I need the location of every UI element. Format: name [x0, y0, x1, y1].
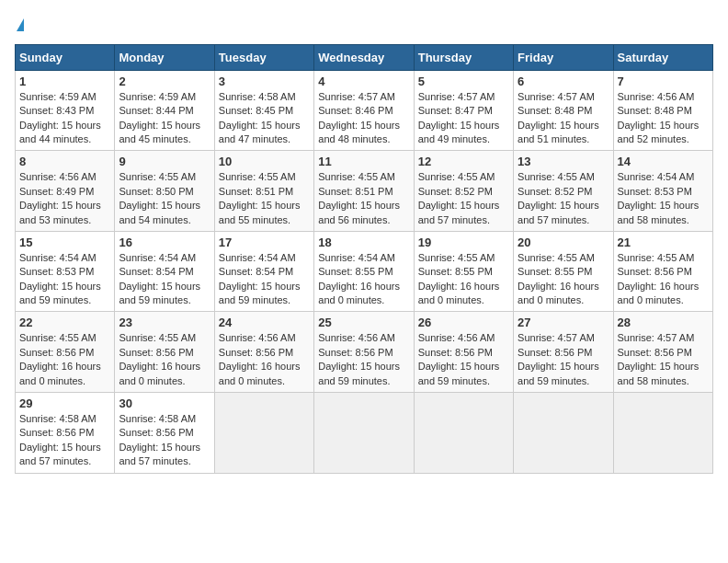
- calendar-cell: 21 Sunrise: 4:55 AM Sunset: 8:56 PM Dayl…: [613, 231, 712, 312]
- calendar-cell: 12 Sunrise: 4:55 AM Sunset: 8:52 PM Dayl…: [414, 151, 513, 232]
- day-info: Sunrise: 4:58 AM Sunset: 8:56 PM Dayligh…: [19, 412, 110, 469]
- day-info: Sunrise: 4:55 AM Sunset: 8:55 PM Dayligh…: [418, 251, 509, 308]
- header-cell-sunday: Sunday: [16, 44, 115, 70]
- logo-text: [15, 15, 24, 33]
- day-info: Sunrise: 4:54 AM Sunset: 8:53 PM Dayligh…: [618, 170, 709, 227]
- calendar-cell: 6 Sunrise: 4:57 AM Sunset: 8:48 PM Dayli…: [514, 70, 613, 151]
- calendar-row: 8 Sunrise: 4:56 AM Sunset: 8:49 PM Dayli…: [16, 151, 713, 232]
- day-info: Sunrise: 4:55 AM Sunset: 8:55 PM Dayligh…: [518, 251, 609, 308]
- day-number: 8: [19, 155, 110, 168]
- day-info: Sunrise: 4:57 AM Sunset: 8:48 PM Dayligh…: [518, 90, 609, 147]
- day-number: 26: [418, 316, 509, 329]
- day-info: Sunrise: 4:55 AM Sunset: 8:56 PM Dayligh…: [19, 331, 110, 388]
- calendar-cell: 14 Sunrise: 4:54 AM Sunset: 8:53 PM Dayl…: [613, 151, 712, 232]
- day-number: 6: [518, 75, 609, 88]
- calendar-cell: 5 Sunrise: 4:57 AM Sunset: 8:47 PM Dayli…: [414, 70, 513, 151]
- day-info: Sunrise: 4:58 AM Sunset: 8:45 PM Dayligh…: [219, 90, 310, 147]
- calendar-cell: 15 Sunrise: 4:54 AM Sunset: 8:53 PM Dayl…: [16, 231, 115, 312]
- calendar-cell: [214, 393, 313, 474]
- calendar-cell: 30 Sunrise: 4:58 AM Sunset: 8:56 PM Dayl…: [115, 393, 214, 474]
- day-number: 2: [119, 75, 210, 88]
- calendar-cell: [314, 393, 414, 474]
- day-number: 10: [219, 155, 310, 168]
- calendar-cell: 28 Sunrise: 4:57 AM Sunset: 8:56 PM Dayl…: [613, 312, 712, 393]
- calendar-cell: 29 Sunrise: 4:58 AM Sunset: 8:56 PM Dayl…: [16, 393, 115, 474]
- calendar-cell: 1 Sunrise: 4:59 AM Sunset: 8:43 PM Dayli…: [16, 70, 115, 151]
- day-number: 29: [19, 396, 110, 410]
- day-number: 17: [219, 236, 310, 249]
- day-number: 30: [119, 396, 210, 410]
- day-number: 22: [19, 316, 110, 329]
- day-info: Sunrise: 4:56 AM Sunset: 8:56 PM Dayligh…: [318, 331, 409, 388]
- calendar-cell: 25 Sunrise: 4:56 AM Sunset: 8:56 PM Dayl…: [314, 312, 414, 393]
- calendar-cell: [414, 393, 513, 474]
- day-info: Sunrise: 4:55 AM Sunset: 8:51 PM Dayligh…: [318, 170, 409, 227]
- header-cell-saturday: Saturday: [613, 44, 712, 70]
- day-number: 16: [119, 236, 210, 249]
- header-row: SundayMondayTuesdayWednesdayThursdayFrid…: [16, 44, 713, 70]
- logo-icon: [17, 18, 24, 31]
- calendar-cell: 18 Sunrise: 4:54 AM Sunset: 8:55 PM Dayl…: [314, 231, 414, 312]
- header-cell-friday: Friday: [514, 44, 613, 70]
- calendar-cell: [613, 393, 712, 474]
- logo: [15, 15, 24, 33]
- day-number: 4: [318, 75, 409, 88]
- day-info: Sunrise: 4:57 AM Sunset: 8:56 PM Dayligh…: [618, 331, 709, 388]
- day-info: Sunrise: 4:55 AM Sunset: 8:50 PM Dayligh…: [119, 170, 210, 227]
- day-number: 25: [318, 316, 409, 329]
- day-number: 7: [618, 75, 709, 88]
- calendar-row: 1 Sunrise: 4:59 AM Sunset: 8:43 PM Dayli…: [16, 70, 713, 151]
- day-info: Sunrise: 4:54 AM Sunset: 8:54 PM Dayligh…: [219, 251, 310, 308]
- calendar-row: 22 Sunrise: 4:55 AM Sunset: 8:56 PM Dayl…: [16, 312, 713, 393]
- calendar-cell: 13 Sunrise: 4:55 AM Sunset: 8:52 PM Dayl…: [514, 151, 613, 232]
- day-info: Sunrise: 4:55 AM Sunset: 8:52 PM Dayligh…: [418, 170, 509, 227]
- calendar-cell: 10 Sunrise: 4:55 AM Sunset: 8:51 PM Dayl…: [214, 151, 313, 232]
- day-info: Sunrise: 4:59 AM Sunset: 8:43 PM Dayligh…: [19, 90, 110, 147]
- calendar-cell: 2 Sunrise: 4:59 AM Sunset: 8:44 PM Dayli…: [115, 70, 214, 151]
- calendar-cell: 9 Sunrise: 4:55 AM Sunset: 8:50 PM Dayli…: [115, 151, 214, 232]
- calendar-cell: 19 Sunrise: 4:55 AM Sunset: 8:55 PM Dayl…: [414, 231, 513, 312]
- day-number: 9: [119, 155, 210, 168]
- day-info: Sunrise: 4:55 AM Sunset: 8:56 PM Dayligh…: [618, 251, 709, 308]
- day-info: Sunrise: 4:54 AM Sunset: 8:55 PM Dayligh…: [318, 251, 409, 308]
- calendar-table: SundayMondayTuesdayWednesdayThursdayFrid…: [15, 44, 713, 474]
- day-number: 20: [518, 236, 609, 249]
- day-info: Sunrise: 4:59 AM Sunset: 8:44 PM Dayligh…: [119, 90, 210, 147]
- calendar-cell: 26 Sunrise: 4:56 AM Sunset: 8:56 PM Dayl…: [414, 312, 513, 393]
- calendar-cell: 3 Sunrise: 4:58 AM Sunset: 8:45 PM Dayli…: [214, 70, 313, 151]
- day-info: Sunrise: 4:56 AM Sunset: 8:56 PM Dayligh…: [418, 331, 509, 388]
- day-number: 23: [119, 316, 210, 329]
- day-number: 21: [618, 236, 709, 249]
- day-info: Sunrise: 4:56 AM Sunset: 8:48 PM Dayligh…: [618, 90, 709, 147]
- day-number: 12: [418, 155, 509, 168]
- calendar-cell: 22 Sunrise: 4:55 AM Sunset: 8:56 PM Dayl…: [16, 312, 115, 393]
- day-info: Sunrise: 4:57 AM Sunset: 8:47 PM Dayligh…: [418, 90, 509, 147]
- day-info: Sunrise: 4:57 AM Sunset: 8:46 PM Dayligh…: [318, 90, 409, 147]
- day-number: 15: [19, 236, 110, 249]
- calendar-cell: 17 Sunrise: 4:54 AM Sunset: 8:54 PM Dayl…: [214, 231, 313, 312]
- day-number: 14: [618, 155, 709, 168]
- day-number: 5: [418, 75, 509, 88]
- calendar-cell: 7 Sunrise: 4:56 AM Sunset: 8:48 PM Dayli…: [613, 70, 712, 151]
- header-cell-tuesday: Tuesday: [214, 44, 313, 70]
- calendar-cell: 20 Sunrise: 4:55 AM Sunset: 8:55 PM Dayl…: [514, 231, 613, 312]
- header-cell-monday: Monday: [115, 44, 214, 70]
- calendar-cell: 8 Sunrise: 4:56 AM Sunset: 8:49 PM Dayli…: [16, 151, 115, 232]
- day-info: Sunrise: 4:55 AM Sunset: 8:52 PM Dayligh…: [518, 170, 609, 227]
- day-info: Sunrise: 4:58 AM Sunset: 8:56 PM Dayligh…: [119, 412, 210, 469]
- day-number: 11: [318, 155, 409, 168]
- header-cell-thursday: Thursday: [414, 44, 513, 70]
- calendar-header: SundayMondayTuesdayWednesdayThursdayFrid…: [16, 44, 713, 70]
- day-number: 3: [219, 75, 310, 88]
- day-number: 1: [19, 75, 110, 88]
- calendar-cell: 24 Sunrise: 4:56 AM Sunset: 8:56 PM Dayl…: [214, 312, 313, 393]
- day-number: 18: [318, 236, 409, 249]
- day-number: 19: [418, 236, 509, 249]
- day-number: 27: [518, 316, 609, 329]
- day-number: 28: [618, 316, 709, 329]
- day-number: 24: [219, 316, 310, 329]
- calendar-cell: [514, 393, 613, 474]
- header-cell-wednesday: Wednesday: [314, 44, 414, 70]
- day-info: Sunrise: 4:56 AM Sunset: 8:56 PM Dayligh…: [219, 331, 310, 388]
- calendar-body: 1 Sunrise: 4:59 AM Sunset: 8:43 PM Dayli…: [16, 70, 713, 473]
